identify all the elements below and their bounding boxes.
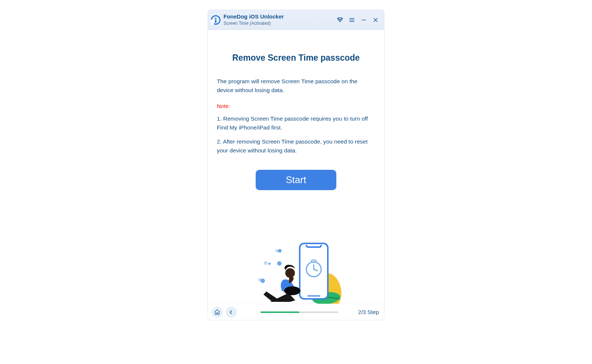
- svg-rect-3: [211, 20, 214, 25]
- svg-point-22: [264, 261, 268, 265]
- note-label: Note:: [217, 103, 375, 109]
- progress-bar: [260, 311, 338, 313]
- premium-icon[interactable]: [336, 16, 344, 24]
- menu-icon[interactable]: [348, 16, 356, 24]
- note-item-1: 1. Removing Screen Time passcode require…: [217, 114, 375, 132]
- progress-fill: [260, 311, 299, 313]
- start-button[interactable]: Start: [256, 170, 336, 190]
- svg-point-23: [268, 263, 270, 265]
- title-text: FoneDog iOS Unlocker Screen Time (Activa…: [223, 13, 284, 27]
- illustration-icon: [240, 232, 352, 304]
- svg-point-1: [215, 18, 216, 19]
- minimize-icon[interactable]: [360, 16, 368, 24]
- app-window: FoneDog iOS Unlocker Screen Time (Activa…: [208, 10, 384, 320]
- svg-rect-12: [300, 243, 328, 299]
- window-controls: [336, 16, 380, 24]
- app-logo-icon: [210, 14, 221, 26]
- svg-point-26: [260, 279, 265, 283]
- main-content: Remove Screen Time passcode The program …: [208, 30, 384, 304]
- step-label: 2/3 Step: [358, 309, 379, 315]
- home-button[interactable]: [212, 307, 223, 318]
- description-text: The program will remove Screen Time pass…: [217, 77, 375, 95]
- svg-point-20: [275, 249, 278, 252]
- close-icon[interactable]: [371, 16, 380, 24]
- app-name: FoneDog iOS Unlocker: [223, 13, 284, 20]
- note-item-2: 2. After removing Screen Time passcode, …: [217, 137, 375, 155]
- page-heading: Remove Screen Time passcode: [217, 53, 375, 63]
- app-subtitle: Screen Time (Activated): [223, 21, 284, 26]
- svg-point-24: [277, 261, 282, 266]
- footer-bar: 2/3 Step: [208, 304, 384, 320]
- svg-point-19: [284, 286, 300, 295]
- svg-rect-2: [215, 20, 216, 23]
- back-button[interactable]: [226, 307, 237, 318]
- svg-point-21: [278, 249, 282, 253]
- title-bar: FoneDog iOS Unlocker Screen Time (Activa…: [208, 10, 384, 30]
